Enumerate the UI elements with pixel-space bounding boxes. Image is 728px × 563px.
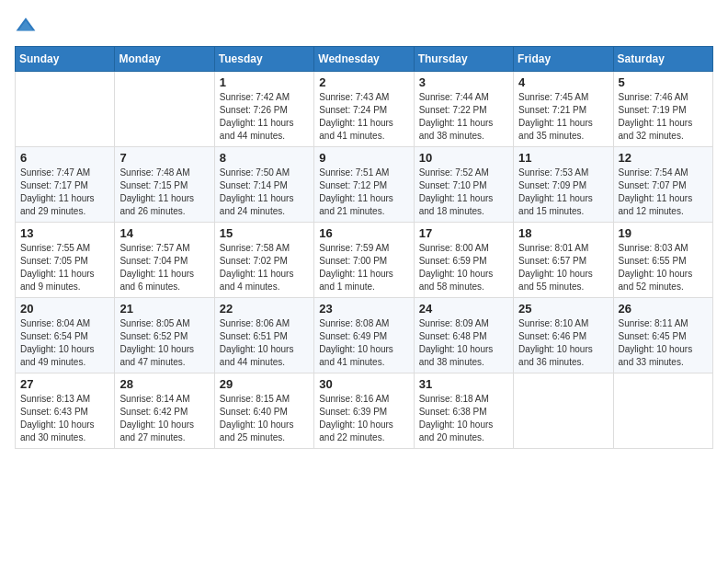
day-number: 17: [419, 226, 508, 240]
day-number: 18: [518, 226, 608, 240]
day-number: 7: [119, 151, 209, 165]
calendar-cell: 16Sunrise: 7:59 AM Sunset: 7:00 PM Dayli…: [314, 223, 414, 298]
week-row-3: 13Sunrise: 7:55 AM Sunset: 7:05 PM Dayli…: [16, 223, 713, 298]
weekday-header-row: SundayMondayTuesdayWednesdayThursdayFrid…: [16, 47, 713, 72]
week-row-5: 27Sunrise: 8:13 AM Sunset: 6:43 PM Dayli…: [16, 373, 713, 449]
calendar-cell: [115, 72, 214, 147]
day-detail: Sunrise: 8:18 AM Sunset: 6:38 PM Dayligh…: [419, 393, 508, 444]
day-number: 6: [20, 151, 109, 165]
calendar-cell: 30Sunrise: 8:16 AM Sunset: 6:39 PM Dayli…: [314, 373, 414, 449]
day-number: 3: [419, 75, 508, 89]
calendar-cell: 22Sunrise: 8:06 AM Sunset: 6:51 PM Dayli…: [214, 298, 313, 373]
day-number: 5: [619, 75, 708, 89]
day-detail: Sunrise: 8:03 AM Sunset: 6:55 PM Dayligh…: [619, 242, 708, 293]
day-detail: Sunrise: 7:43 AM Sunset: 7:24 PM Dayligh…: [319, 91, 408, 143]
day-detail: Sunrise: 7:47 AM Sunset: 7:17 PM Dayligh…: [20, 167, 109, 218]
calendar-cell: 10Sunrise: 7:52 AM Sunset: 7:10 PM Dayli…: [414, 147, 513, 223]
logo: [15, 15, 39, 37]
calendar-cell: 17Sunrise: 8:00 AM Sunset: 6:59 PM Dayli…: [414, 223, 513, 298]
day-number: 14: [119, 226, 209, 240]
day-detail: Sunrise: 8:05 AM Sunset: 6:52 PM Dayligh…: [119, 317, 209, 369]
weekday-header-sunday: Sunday: [16, 47, 115, 72]
day-number: 8: [220, 151, 309, 165]
day-number: 15: [220, 226, 309, 240]
day-detail: Sunrise: 7:50 AM Sunset: 7:14 PM Dayligh…: [220, 167, 309, 218]
calendar-cell: 15Sunrise: 7:58 AM Sunset: 7:02 PM Dayli…: [214, 223, 313, 298]
calendar-cell: 27Sunrise: 8:13 AM Sunset: 6:43 PM Dayli…: [16, 373, 115, 449]
day-detail: Sunrise: 8:11 AM Sunset: 6:45 PM Dayligh…: [619, 317, 708, 369]
day-number: 20: [20, 302, 109, 316]
weekday-header-friday: Friday: [514, 47, 613, 72]
day-detail: Sunrise: 7:51 AM Sunset: 7:12 PM Dayligh…: [319, 167, 408, 218]
calendar-cell: 6Sunrise: 7:47 AM Sunset: 7:17 PM Daylig…: [16, 147, 115, 223]
calendar-cell: [613, 373, 712, 449]
day-number: 16: [319, 226, 408, 240]
day-number: 23: [319, 302, 408, 316]
day-detail: Sunrise: 8:09 AM Sunset: 6:48 PM Dayligh…: [419, 317, 508, 369]
calendar-cell: 3Sunrise: 7:44 AM Sunset: 7:22 PM Daylig…: [414, 72, 513, 147]
day-detail: Sunrise: 7:55 AM Sunset: 7:05 PM Dayligh…: [20, 242, 109, 293]
logo-icon: [15, 15, 37, 37]
day-detail: Sunrise: 7:57 AM Sunset: 7:04 PM Dayligh…: [119, 242, 209, 293]
calendar-cell: 11Sunrise: 7:53 AM Sunset: 7:09 PM Dayli…: [514, 147, 613, 223]
day-detail: Sunrise: 7:44 AM Sunset: 7:22 PM Dayligh…: [419, 91, 508, 143]
day-number: 26: [619, 302, 708, 316]
calendar-cell: 21Sunrise: 8:05 AM Sunset: 6:52 PM Dayli…: [115, 298, 214, 373]
day-detail: Sunrise: 7:45 AM Sunset: 7:21 PM Dayligh…: [518, 91, 608, 143]
day-number: 10: [419, 151, 508, 165]
day-number: 1: [220, 75, 309, 89]
calendar-cell: 12Sunrise: 7:54 AM Sunset: 7:07 PM Dayli…: [613, 147, 712, 223]
week-row-2: 6Sunrise: 7:47 AM Sunset: 7:17 PM Daylig…: [16, 147, 713, 223]
calendar: SundayMondayTuesdayWednesdayThursdayFrid…: [15, 46, 713, 449]
day-detail: Sunrise: 8:10 AM Sunset: 6:46 PM Dayligh…: [518, 317, 608, 369]
calendar-cell: 1Sunrise: 7:42 AM Sunset: 7:26 PM Daylig…: [214, 72, 313, 147]
calendar-cell: 31Sunrise: 8:18 AM Sunset: 6:38 PM Dayli…: [414, 373, 513, 449]
day-number: 2: [319, 75, 408, 89]
day-detail: Sunrise: 8:13 AM Sunset: 6:43 PM Dayligh…: [20, 393, 109, 444]
calendar-cell: 25Sunrise: 8:10 AM Sunset: 6:46 PM Dayli…: [514, 298, 613, 373]
calendar-cell: 24Sunrise: 8:09 AM Sunset: 6:48 PM Dayli…: [414, 298, 513, 373]
day-number: 28: [119, 377, 209, 391]
calendar-cell: 7Sunrise: 7:48 AM Sunset: 7:15 PM Daylig…: [115, 147, 214, 223]
day-detail: Sunrise: 8:06 AM Sunset: 6:51 PM Dayligh…: [220, 317, 309, 369]
weekday-header-tuesday: Tuesday: [214, 47, 313, 72]
calendar-cell: 26Sunrise: 8:11 AM Sunset: 6:45 PM Dayli…: [613, 298, 712, 373]
day-number: 27: [20, 377, 109, 391]
page-header: [15, 15, 713, 37]
calendar-cell: 13Sunrise: 7:55 AM Sunset: 7:05 PM Dayli…: [16, 223, 115, 298]
day-detail: Sunrise: 7:54 AM Sunset: 7:07 PM Dayligh…: [619, 167, 708, 218]
calendar-cell: 5Sunrise: 7:46 AM Sunset: 7:19 PM Daylig…: [613, 72, 712, 147]
day-number: 29: [220, 377, 309, 391]
day-number: 31: [419, 377, 508, 391]
day-detail: Sunrise: 8:00 AM Sunset: 6:59 PM Dayligh…: [419, 242, 508, 293]
calendar-cell: 23Sunrise: 8:08 AM Sunset: 6:49 PM Dayli…: [314, 298, 414, 373]
day-detail: Sunrise: 8:16 AM Sunset: 6:39 PM Dayligh…: [319, 393, 408, 444]
calendar-cell: 18Sunrise: 8:01 AM Sunset: 6:57 PM Dayli…: [514, 223, 613, 298]
day-number: 9: [319, 151, 408, 165]
day-detail: Sunrise: 7:53 AM Sunset: 7:09 PM Dayligh…: [518, 167, 608, 218]
day-detail: Sunrise: 7:59 AM Sunset: 7:00 PM Dayligh…: [319, 242, 408, 293]
day-number: 21: [119, 302, 209, 316]
day-number: 4: [518, 75, 608, 89]
day-detail: Sunrise: 7:52 AM Sunset: 7:10 PM Dayligh…: [419, 167, 508, 218]
calendar-cell: [514, 373, 613, 449]
weekday-header-wednesday: Wednesday: [314, 47, 414, 72]
day-detail: Sunrise: 8:08 AM Sunset: 6:49 PM Dayligh…: [319, 317, 408, 369]
day-number: 24: [419, 302, 508, 316]
calendar-cell: [16, 72, 115, 147]
day-detail: Sunrise: 8:15 AM Sunset: 6:40 PM Dayligh…: [220, 393, 309, 444]
weekday-header-thursday: Thursday: [414, 47, 513, 72]
day-detail: Sunrise: 8:01 AM Sunset: 6:57 PM Dayligh…: [518, 242, 608, 293]
day-detail: Sunrise: 7:42 AM Sunset: 7:26 PM Dayligh…: [220, 91, 309, 143]
week-row-4: 20Sunrise: 8:04 AM Sunset: 6:54 PM Dayli…: [16, 298, 713, 373]
day-detail: Sunrise: 8:14 AM Sunset: 6:42 PM Dayligh…: [119, 393, 209, 444]
week-row-1: 1Sunrise: 7:42 AM Sunset: 7:26 PM Daylig…: [16, 72, 713, 147]
calendar-cell: 9Sunrise: 7:51 AM Sunset: 7:12 PM Daylig…: [314, 147, 414, 223]
day-number: 19: [619, 226, 708, 240]
day-number: 12: [619, 151, 708, 165]
day-number: 25: [518, 302, 608, 316]
day-detail: Sunrise: 8:04 AM Sunset: 6:54 PM Dayligh…: [20, 317, 109, 369]
day-number: 30: [319, 377, 408, 391]
day-number: 11: [518, 151, 608, 165]
day-detail: Sunrise: 7:46 AM Sunset: 7:19 PM Dayligh…: [619, 91, 708, 143]
